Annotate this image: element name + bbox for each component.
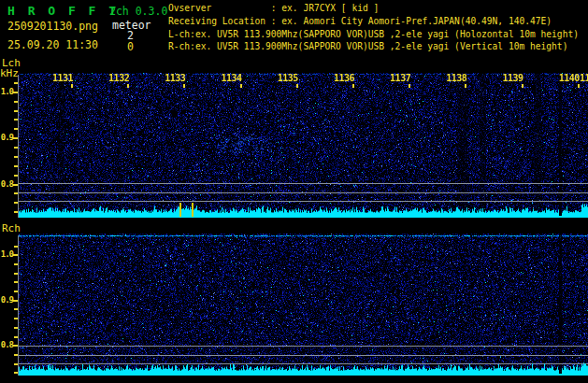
time-tick bbox=[71, 84, 73, 88]
freq-minor-tick bbox=[14, 110, 18, 112]
freq-major-tick bbox=[13, 92, 18, 93]
freq-minor-tick bbox=[14, 363, 18, 365]
freq-minor-tick bbox=[14, 202, 18, 204]
time-label: 1139 bbox=[499, 74, 523, 83]
time-label: 1140 bbox=[555, 74, 580, 83]
info-line-observer: Ovserver : ex. JR7CYX [ kid ] bbox=[168, 2, 588, 15]
freq-minor-tick bbox=[14, 318, 18, 319]
freq-tick-label: 0.9 bbox=[0, 134, 13, 142]
station-info: Ovserver : ex. JR7CYX [ kid ] Receiving … bbox=[168, 2, 588, 53]
time-label: 1133 bbox=[161, 74, 185, 83]
freq-minor-tick bbox=[14, 291, 18, 292]
freq-major-tick bbox=[13, 254, 18, 256]
time-tick bbox=[352, 84, 354, 88]
freq-minor-tick bbox=[14, 119, 18, 121]
meteor-event-marker bbox=[179, 203, 181, 217]
time-tick bbox=[578, 84, 580, 88]
freq-tick-label: 1.0 bbox=[0, 250, 13, 259]
freq-minor-tick bbox=[14, 327, 18, 329]
rch-spectrogram-canvas bbox=[19, 234, 588, 376]
freq-minor-tick bbox=[14, 175, 18, 177]
freq-minor-tick bbox=[14, 82, 18, 84]
rch-axis-line bbox=[18, 235, 19, 376]
freq-major-tick bbox=[13, 345, 18, 347]
freq-unit-label: kHz bbox=[0, 67, 19, 79]
time-tick bbox=[409, 84, 410, 88]
freq-minor-tick bbox=[14, 246, 18, 248]
capture-datetime: 25.09.20 11:30 bbox=[7, 38, 98, 51]
output-filename: 2509201130.png bbox=[7, 20, 98, 33]
freq-tick-label: 0.9 bbox=[0, 296, 13, 305]
freq-minor-tick bbox=[14, 372, 18, 374]
app-version: 2ch 0.3.0 bbox=[109, 5, 167, 18]
freq-major-tick bbox=[13, 300, 18, 302]
freq-minor-tick bbox=[14, 192, 18, 194]
freq-major-tick bbox=[13, 184, 18, 186]
freq-minor-tick bbox=[14, 354, 18, 356]
lch-axis-line bbox=[18, 75, 19, 218]
time-label: 1131 bbox=[49, 74, 73, 83]
freq-major-tick bbox=[13, 137, 18, 139]
time-tick bbox=[296, 84, 298, 88]
freq-minor-tick bbox=[14, 147, 18, 149]
time-label: 1134 bbox=[218, 74, 242, 83]
time-label-partial: 11 bbox=[580, 74, 588, 83]
time-label: 1132 bbox=[105, 74, 129, 83]
freq-minor-tick bbox=[14, 211, 18, 213]
time-label: 1137 bbox=[386, 74, 410, 83]
freq-minor-tick bbox=[14, 128, 18, 130]
hrofft-screen: H R O F F T 2ch 0.3.0 2509201130.png met… bbox=[0, 0, 588, 383]
meteor-count-lower: 0 bbox=[127, 40, 134, 53]
rch-label: Rch bbox=[2, 222, 21, 234]
time-tick bbox=[183, 84, 185, 88]
time-label: 1135 bbox=[274, 74, 298, 83]
freq-minor-tick bbox=[14, 165, 18, 167]
time-tick bbox=[465, 84, 466, 88]
freq-tick-label: 1.0 bbox=[0, 88, 13, 96]
freq-minor-tick bbox=[14, 156, 18, 158]
lch-spectrogram-canvas bbox=[19, 73, 588, 218]
time-label: 1136 bbox=[330, 74, 354, 83]
info-line-lch-rig: L-ch:ex. UV5R 113.900Mhz(SAPPORO VOR)USB… bbox=[168, 28, 588, 41]
freq-tick-label: 0.8 bbox=[0, 341, 13, 349]
meteor-event-marker bbox=[192, 203, 194, 217]
freq-minor-tick bbox=[14, 263, 18, 265]
time-tick bbox=[522, 84, 523, 88]
app-title: H R O F F T bbox=[7, 4, 119, 18]
info-line-location: Receiving Location : ex. Aomori City Aom… bbox=[168, 15, 588, 28]
freq-tick-label: 0.8 bbox=[0, 180, 13, 189]
info-line-rch-rig: R-ch:ex. UV5R 113.900Mhz(SAPPORO VOR)USB… bbox=[168, 40, 588, 53]
freq-minor-tick bbox=[14, 101, 18, 103]
time-label: 1138 bbox=[442, 74, 466, 83]
time-tick bbox=[240, 84, 242, 88]
time-tick bbox=[127, 84, 129, 88]
freq-minor-tick bbox=[14, 273, 18, 275]
freq-minor-tick bbox=[14, 308, 18, 310]
freq-minor-tick bbox=[14, 281, 18, 283]
freq-minor-tick bbox=[14, 336, 18, 338]
